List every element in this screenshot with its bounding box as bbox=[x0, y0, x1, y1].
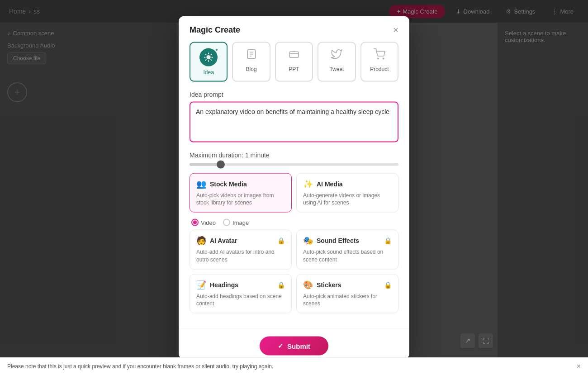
sound-lock-icon: 🔒 bbox=[384, 237, 392, 244]
tab-tweet-label: Tweet bbox=[329, 66, 344, 72]
prompt-label: Idea prompt bbox=[190, 90, 398, 98]
avatar-lock-icon: 🔒 bbox=[277, 237, 285, 244]
sound-effects-title: Sound Effects bbox=[317, 237, 359, 244]
card-header-sound: 🎭 Sound Effects 🔒 bbox=[303, 236, 392, 246]
stock-media-desc: Auto-pick videos or images from stock li… bbox=[196, 191, 285, 207]
card-header-avatar: 🧑 AI Avatar 🔒 bbox=[196, 236, 285, 246]
feature-card-stock-media[interactable]: 👥 Stock Media Auto-pick videos or images… bbox=[190, 173, 292, 213]
tweet-icon bbox=[331, 48, 342, 63]
features-grid-row2: 🧑 AI Avatar 🔒 Auto-add AI avatars for in… bbox=[190, 230, 398, 313]
card-header-ai-media: ✨ AI Media bbox=[303, 179, 392, 189]
radio-image-btn[interactable] bbox=[223, 219, 230, 226]
product-icon bbox=[374, 48, 385, 63]
submit-row: ✓ Submit bbox=[179, 329, 409, 359]
tab-blog[interactable]: Blog bbox=[232, 42, 270, 81]
modal-header: Magic Create × bbox=[179, 16, 409, 42]
ai-media-title: AI Media bbox=[317, 180, 343, 187]
stickers-desc: Auto-pick animated stickers for scenes bbox=[303, 292, 392, 308]
radio-video-label: Video bbox=[201, 219, 216, 226]
submit-label: Submit bbox=[287, 342, 310, 350]
notification-close-button[interactable]: × bbox=[577, 362, 581, 370]
slider-fill bbox=[190, 163, 221, 166]
tab-product-label: Product bbox=[370, 66, 389, 72]
svg-point-8 bbox=[377, 58, 378, 59]
stock-media-title: Stock Media bbox=[210, 180, 247, 187]
tab-tweet[interactable]: Tweet bbox=[318, 42, 356, 81]
card-header-stock-media: 👥 Stock Media bbox=[196, 179, 285, 189]
ai-media-desc: Auto-generate videos or images using AI … bbox=[303, 191, 392, 207]
feature-card-sound-effects[interactable]: 🎭 Sound Effects 🔒 Auto-pick sound effect… bbox=[296, 230, 398, 270]
card-header-headings: 📝 Headings 🔒 bbox=[196, 280, 285, 290]
ai-avatar-title: AI Avatar bbox=[210, 237, 237, 244]
ppt-icon bbox=[288, 48, 300, 63]
sound-effects-desc: Auto-pick sound effects based on scene c… bbox=[303, 248, 392, 264]
stock-media-icon: 👥 bbox=[196, 179, 206, 189]
ai-avatar-icon: 🧑 bbox=[196, 236, 206, 246]
card-title-row-stickers: 🎨 Stickers bbox=[303, 280, 341, 290]
notification-text: Please note that this is just a quick pr… bbox=[7, 363, 273, 370]
modal-title: Magic Create bbox=[190, 25, 240, 34]
tab-blog-label: Blog bbox=[246, 66, 257, 72]
prompt-textarea[interactable]: An explanatory video on benefits of main… bbox=[190, 101, 398, 142]
svg-point-0 bbox=[207, 55, 211, 59]
duration-label: Maximum duration: 1 minute bbox=[190, 151, 398, 158]
radio-video-btn[interactable] bbox=[191, 219, 199, 226]
headings-desc: Auto-add headings based on scene content bbox=[196, 292, 285, 308]
notification-bar: Please note that this is just a quick pr… bbox=[0, 357, 588, 375]
modal-close-button[interactable]: × bbox=[393, 25, 398, 34]
tab-product[interactable]: Product bbox=[360, 42, 398, 81]
svg-point-9 bbox=[383, 58, 384, 59]
ai-avatar-desc: Auto-add AI avatars for intro and outro … bbox=[196, 248, 285, 264]
card-title-row-headings: 📝 Headings bbox=[196, 280, 238, 290]
duration-slider[interactable] bbox=[190, 163, 398, 166]
headings-icon: 📝 bbox=[196, 280, 206, 290]
headings-lock-icon: 🔒 bbox=[277, 281, 285, 288]
feature-card-ai-media[interactable]: ✨ AI Media Auto-generate videos or image… bbox=[296, 173, 398, 213]
card-title-row-sound: 🎭 Sound Effects bbox=[303, 236, 359, 246]
stickers-lock-icon: 🔒 bbox=[384, 281, 392, 288]
slider-track bbox=[190, 163, 398, 166]
feature-card-stickers[interactable]: 🎨 Stickers 🔒 Auto-pick animated stickers… bbox=[296, 274, 398, 313]
radio-image-label: Image bbox=[232, 219, 249, 226]
headings-title: Headings bbox=[210, 281, 238, 288]
modal-body: ✦ Idea Blog bbox=[179, 42, 409, 329]
tab-idea[interactable]: ✦ Idea bbox=[190, 42, 228, 81]
card-header-stickers: 🎨 Stickers 🔒 bbox=[303, 280, 392, 290]
magic-create-modal: Magic Create × ✦ Idea bbox=[179, 16, 409, 359]
slider-thumb[interactable] bbox=[217, 160, 225, 168]
feature-card-headings[interactable]: 📝 Headings 🔒 Auto-add headings based on … bbox=[190, 274, 292, 313]
submit-button[interactable]: ✓ Submit bbox=[260, 337, 328, 356]
type-tabs: ✦ Idea Blog bbox=[190, 42, 398, 81]
blog-icon bbox=[246, 48, 257, 63]
tab-ppt-label: PPT bbox=[289, 66, 299, 72]
radio-video[interactable]: Video bbox=[191, 219, 216, 226]
stickers-title: Stickers bbox=[317, 281, 341, 288]
radio-image[interactable]: Image bbox=[223, 219, 249, 226]
feature-card-ai-avatar[interactable]: 🧑 AI Avatar 🔒 Auto-add AI avatars for in… bbox=[190, 230, 292, 270]
svg-rect-5 bbox=[289, 52, 299, 57]
idea-icon: ✦ bbox=[199, 48, 218, 66]
check-icon: ✓ bbox=[278, 342, 284, 350]
card-title-row-ai: ✨ AI Media bbox=[303, 179, 343, 189]
sound-effects-icon: 🎭 bbox=[303, 236, 313, 246]
radio-row: Video Image bbox=[190, 217, 398, 228]
ai-media-icon: ✨ bbox=[303, 179, 313, 189]
tab-ppt[interactable]: PPT bbox=[275, 42, 313, 81]
tab-idea-label: Idea bbox=[204, 69, 214, 75]
card-title-row-avatar: 🧑 AI Avatar bbox=[196, 236, 237, 246]
features-grid: 👥 Stock Media Auto-pick videos or images… bbox=[190, 173, 398, 213]
card-title-row: 👥 Stock Media bbox=[196, 179, 247, 189]
stars-decoration: ✦ bbox=[215, 47, 218, 52]
stickers-icon: 🎨 bbox=[303, 280, 313, 290]
